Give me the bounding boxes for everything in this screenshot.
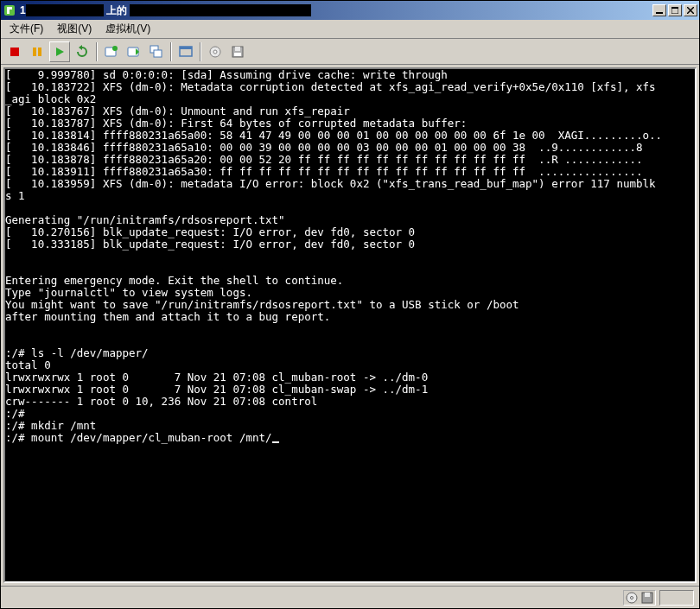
snapshot-take-button[interactable]	[101, 41, 122, 62]
pause-button[interactable]	[27, 41, 48, 62]
maximize-button[interactable]	[668, 4, 682, 16]
title-seg-1: 1	[20, 4, 26, 16]
play-button[interactable]	[49, 41, 70, 62]
svg-rect-18	[234, 53, 241, 56]
status-cd-icon[interactable]	[624, 591, 640, 605]
svg-rect-5	[33, 48, 36, 56]
titlebar: 1 上的	[1, 1, 699, 20]
status-floppy-icon[interactable]	[640, 591, 655, 605]
svg-point-15	[213, 50, 217, 54]
svg-rect-13	[180, 47, 192, 49]
menu-view[interactable]: 视图(V)	[52, 20, 97, 38]
toolbar-separator	[96, 42, 98, 61]
snapshot-revert-button[interactable]	[124, 41, 144, 62]
minimize-button[interactable]	[652, 4, 666, 16]
window-title: 1 上的	[20, 3, 652, 18]
svg-rect-3	[671, 7, 678, 9]
vm-console-window: 1 上的 文件(F) 视图(V) 虚拟机(V)	[0, 0, 700, 609]
status-spacer	[659, 590, 694, 606]
toolbar	[1, 39, 699, 65]
console-viewport: [ 9.999780] sd 0:0:0:0: [sda] Assuming d…	[1, 65, 699, 586]
title-seg-2: 上的	[104, 4, 130, 16]
svg-rect-22	[645, 593, 650, 597]
svg-rect-17	[235, 47, 240, 51]
snapshot-manager-button[interactable]	[146, 41, 167, 62]
connect-floppy-button[interactable]	[227, 41, 248, 62]
svg-point-20	[631, 596, 633, 599]
svg-rect-6	[38, 48, 41, 56]
statusbar	[1, 586, 699, 608]
connect-cd-button[interactable]	[205, 41, 226, 62]
menu-vm[interactable]: 虚拟机(V)	[100, 20, 156, 38]
svg-rect-4	[10, 48, 19, 56]
toolbar-separator	[200, 42, 201, 61]
status-devices	[623, 590, 656, 606]
terminal-cursor	[272, 441, 279, 443]
title-redacted-2	[130, 4, 311, 16]
window-buttons	[652, 4, 697, 16]
stop-button[interactable]	[4, 41, 25, 62]
guest-terminal[interactable]: [ 9.999780] sd 0:0:0:0: [sda] Assuming d…	[3, 67, 697, 583]
title-redacted-1	[26, 4, 104, 16]
svg-rect-11	[154, 50, 162, 57]
menu-file[interactable]: 文件(F)	[4, 20, 48, 38]
menubar: 文件(F) 视图(V) 虚拟机(V)	[1, 20, 699, 39]
toolbar-separator	[170, 42, 172, 61]
svg-point-8	[112, 46, 118, 51]
fullscreen-button[interactable]	[175, 41, 196, 62]
vsphere-icon	[3, 3, 16, 17]
close-button[interactable]	[684, 4, 697, 16]
reset-button[interactable]	[72, 41, 92, 62]
svg-rect-1	[656, 12, 663, 14]
